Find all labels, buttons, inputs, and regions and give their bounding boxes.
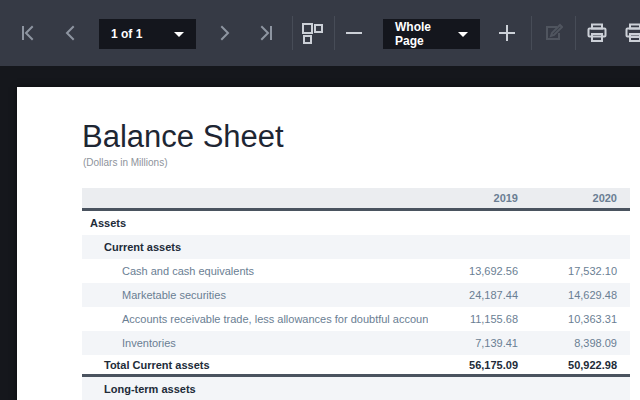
previous-page-button[interactable] <box>56 0 84 66</box>
balance-sheet-table: 2019 2020 Assets Current assets Cash and… <box>82 188 630 400</box>
plus-icon <box>499 25 515 41</box>
printer-export-icon <box>625 23 640 43</box>
first-page-button[interactable] <box>14 0 42 66</box>
page-number-value: 1 of 1 <box>111 27 142 41</box>
table-row: Marketable securities 24,187.44 14,629.4… <box>82 283 630 307</box>
table-row: Current assets <box>82 235 630 259</box>
toolbar-separator <box>334 16 335 50</box>
table-header-row: 2019 2020 <box>82 188 630 211</box>
row-label: Long-term assets <box>82 383 428 395</box>
print-button[interactable] <box>582 0 612 66</box>
row-value-2020: 50,922.98 <box>518 359 617 371</box>
report-viewer: { "toolbar": { "page_select": { "value":… <box>0 0 640 400</box>
page-number-select[interactable]: 1 of 1 <box>99 19 196 49</box>
zoom-in-button[interactable] <box>493 0 521 66</box>
header-cell-2019: 2019 <box>428 192 518 204</box>
row-label: Accounts receivable trade, less allowanc… <box>82 313 428 325</box>
row-value-2019: 13,692.56 <box>428 265 518 277</box>
row-value-2020: 17,532.10 <box>518 265 617 277</box>
row-value-2020: 14,629.48 <box>518 289 617 301</box>
viewer-toolbar: 1 of 1 Whole Page <box>0 0 640 66</box>
toolbar-separator <box>531 16 532 50</box>
page-layout-button[interactable] <box>297 0 327 66</box>
minus-icon <box>346 25 362 41</box>
table-row: Long-term assets <box>82 377 630 400</box>
page-title: Balance Sheet <box>82 119 284 155</box>
table-row: Assets <box>82 211 630 235</box>
edit-button[interactable] <box>538 0 568 66</box>
row-label: Marketable securities <box>82 289 428 301</box>
next-page-icon <box>218 25 232 41</box>
row-label: Assets <box>82 217 428 229</box>
row-label: Current assets <box>82 241 428 253</box>
zoom-level-value: Whole Page <box>395 20 448 48</box>
last-page-button[interactable] <box>252 0 280 66</box>
table-row: Inventories 7,139.41 8,398.09 <box>82 331 630 355</box>
printer-icon <box>587 23 607 43</box>
export-button[interactable] <box>620 0 640 66</box>
previous-page-icon <box>63 25 77 41</box>
edit-pencil-icon <box>543 23 563 43</box>
row-value-2020: 10,363.31 <box>518 313 617 325</box>
page-layout-icon <box>301 22 323 44</box>
row-label: Total Current assets <box>82 359 428 371</box>
last-page-icon <box>258 25 274 41</box>
row-value-2019: 24,187.44 <box>428 289 518 301</box>
page-subtitle: (Dollars in Millions) <box>83 157 167 168</box>
table-row-total: Total Current assets 56,175.09 50,922.98 <box>82 355 630 377</box>
table-row: Cash and cash equivalents 13,692.56 17,5… <box>82 259 630 283</box>
row-value-2019: 7,139.41 <box>428 337 518 349</box>
row-label: Inventories <box>82 337 428 349</box>
row-value-2019: 11,155.68 <box>428 313 518 325</box>
next-page-button[interactable] <box>211 0 239 66</box>
row-value-2020: 8,398.09 <box>518 337 617 349</box>
row-value-2019: 56,175.09 <box>428 359 518 371</box>
row-label: Cash and cash equivalents <box>82 265 428 277</box>
report-page: Balance Sheet (Dollars in Millions) 2019… <box>17 87 640 400</box>
first-page-icon <box>20 25 36 41</box>
toolbar-separator <box>575 16 576 50</box>
zoom-out-button[interactable] <box>340 0 368 66</box>
chevron-down-icon <box>458 32 468 37</box>
chevron-down-icon <box>174 32 184 37</box>
zoom-level-select[interactable]: Whole Page <box>383 19 480 49</box>
table-row: Accounts receivable trade, less allowanc… <box>82 307 630 331</box>
toolbar-separator <box>292 16 293 50</box>
header-cell-2020: 2020 <box>518 192 617 204</box>
